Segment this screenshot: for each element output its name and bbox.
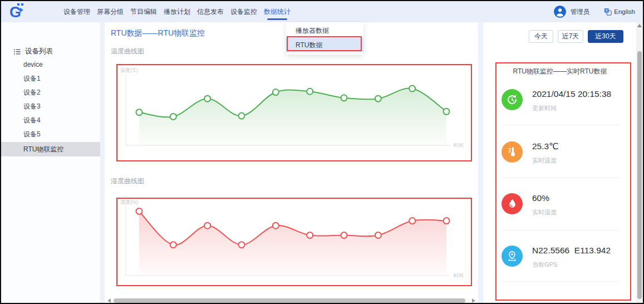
- panel-item-update-time: 2021/04/15 20:15:38 更新时间: [502, 89, 624, 128]
- sidebar-item-device4[interactable]: 设备4: [1, 114, 100, 128]
- panel-item-gps: N22.5566 E113.942 当前GPS: [502, 246, 624, 285]
- dropdown-item-rtu-data[interactable]: RTU数据: [286, 38, 363, 52]
- horizontal-scrollbar[interactable]: [106, 297, 477, 304]
- scroll-up-arrow-icon[interactable]: [637, 24, 642, 27]
- nav-item-program-editing[interactable]: 节目编辑: [130, 1, 157, 22]
- sidebar-item-rtu-monitoring[interactable]: RTU物联监控: [1, 142, 100, 156]
- gps-label: 当前GPS: [532, 261, 611, 269]
- language-label: English: [614, 8, 635, 15]
- scroll-left-arrow-icon[interactable]: [107, 298, 111, 303]
- range-button-30days[interactable]: 近30天: [588, 30, 623, 43]
- update-time-value: 2021/04/15 20:15:38: [532, 89, 611, 99]
- logo-icon: G: [9, 3, 28, 21]
- data-point-marker[interactable]: [239, 242, 245, 248]
- top-navigation-bar: G 设备管理 屏幕分组 节目编辑 播放计划 信息发布 设备监控 数据统计 管理员: [1, 1, 643, 22]
- humidity-chart-title: 湿度曲线图: [111, 176, 144, 186]
- main-content: RTU数据——RTU物联监控 温度曲线图 温度(℃) 时间 湿度曲线图: [105, 22, 478, 303]
- sidebar-header: 设备列表: [13, 47, 53, 56]
- scroll-right-arrow-icon[interactable]: [472, 298, 475, 303]
- temperature-label: 实时温度: [532, 156, 559, 165]
- svg-text:G: G: [9, 4, 21, 21]
- range-button-7days[interactable]: 近7天: [558, 30, 583, 43]
- panel-item-humidity: 60% 实时湿度: [502, 193, 624, 232]
- x-axis-label: 时间: [454, 273, 464, 278]
- language-switcher[interactable]: English: [604, 8, 635, 16]
- update-time-icon: [505, 93, 519, 106]
- data-point-marker[interactable]: [273, 89, 279, 95]
- dropdown-item-player-data[interactable]: 播放器数据: [286, 23, 363, 38]
- x-axis-label: 时间: [454, 143, 464, 148]
- data-point-marker[interactable]: [409, 218, 415, 224]
- divider: [502, 178, 619, 178]
- nav-right-section: 管理员 English: [554, 1, 635, 22]
- sidebar-item-device1[interactable]: 设备1: [1, 72, 100, 86]
- sidebar-item-device[interactable]: device: [1, 58, 100, 72]
- sidebar-item-device2[interactable]: 设备2: [1, 86, 100, 100]
- humidity-chart: 湿度(%) 时间: [116, 198, 472, 286]
- temperature-value: 25.3℃: [532, 141, 559, 151]
- device-sidebar: 设备列表 device 设备1 设备2 设备3 设备4 设备5 RTU物联监控: [1, 22, 100, 303]
- data-point-marker[interactable]: [204, 223, 210, 229]
- sidebar-item-device3[interactable]: 设备3: [1, 100, 100, 114]
- divider: [502, 281, 619, 282]
- thermometer-icon: [505, 145, 519, 159]
- data-point-marker[interactable]: [273, 223, 279, 229]
- data-point-marker[interactable]: [375, 96, 381, 102]
- data-point-marker[interactable]: [341, 232, 347, 238]
- vertical-scrollbar-thumb[interactable]: [637, 51, 642, 299]
- divider: [502, 125, 619, 125]
- humidity-label: 实时湿度: [532, 208, 557, 217]
- user-name[interactable]: 管理员: [571, 8, 590, 16]
- data-point-marker[interactable]: [375, 232, 381, 238]
- temperature-chart-title: 温度曲线图: [111, 47, 144, 56]
- nav-menu: 设备管理 屏幕分组 节目编辑 播放计划 信息发布 设备监控 数据统计: [63, 1, 291, 22]
- data-point-marker[interactable]: [204, 96, 210, 102]
- nav-item-device-management[interactable]: 设备管理: [63, 1, 90, 22]
- humidity-drop-icon: [505, 197, 519, 210]
- nav-item-device-monitoring[interactable]: 设备监控: [230, 1, 257, 22]
- data-point-marker[interactable]: [170, 114, 176, 120]
- humidity-value: 60%: [532, 193, 557, 203]
- panel-title: RTU物联监控——实时RTU数据: [493, 67, 627, 76]
- data-point-marker[interactable]: [307, 232, 313, 238]
- data-point-marker[interactable]: [341, 95, 347, 101]
- list-icon: [13, 48, 21, 56]
- sidebar-header-label: 设备列表: [25, 47, 53, 56]
- nav-item-data-statistics[interactable]: 数据统计: [264, 1, 291, 22]
- user-avatar-icon[interactable]: [554, 6, 566, 18]
- page-title: RTU数据——RTU物联监控: [111, 28, 205, 38]
- logo[interactable]: G: [9, 3, 28, 21]
- gps-map-icon: [505, 249, 519, 263]
- y-axis-label: 湿度(%): [120, 199, 138, 205]
- data-statistics-dropdown: 播放器数据 RTU数据: [286, 22, 363, 55]
- data-point-marker[interactable]: [170, 242, 176, 248]
- gps-value: N22.5566 E113.942: [532, 246, 611, 256]
- panel-item-temperature: 25.3℃ 实时温度: [502, 141, 624, 180]
- horizontal-scrollbar-thumb[interactable]: [114, 298, 465, 303]
- sidebar-item-device5[interactable]: 设备5: [1, 128, 100, 141]
- divider: [502, 230, 619, 231]
- app-window: G 设备管理 屏幕分组 节目编辑 播放计划 信息发布 设备监控 数据统计 管理员: [0, 0, 644, 304]
- data-point-marker[interactable]: [136, 208, 142, 214]
- data-point-marker[interactable]: [136, 109, 142, 115]
- nav-item-play-schedule[interactable]: 播放计划: [164, 1, 190, 22]
- temperature-chart: 温度(℃) 时间: [116, 64, 472, 161]
- y-axis-label: 温度(℃): [120, 67, 138, 73]
- data-point-marker[interactable]: [444, 218, 450, 224]
- range-button-today[interactable]: 今天: [529, 30, 553, 43]
- vertical-scrollbar[interactable]: [636, 22, 643, 303]
- horizontal-scrollbar-track[interactable]: [112, 298, 470, 303]
- nav-item-screen-groups[interactable]: 屏幕分组: [97, 1, 124, 22]
- language-icon: [604, 8, 612, 16]
- update-time-label: 更新时间: [532, 104, 611, 112]
- data-point-marker[interactable]: [239, 113, 245, 119]
- nav-item-info-publish[interactable]: 信息发布: [197, 1, 224, 22]
- data-point-marker[interactable]: [444, 109, 450, 115]
- rtu-realtime-panel: 今天 近7天 近30天 RTU物联监控——实时RTU数据 2021/04/15 …: [483, 22, 637, 303]
- data-point-marker[interactable]: [307, 89, 313, 95]
- data-point-marker[interactable]: [409, 86, 415, 92]
